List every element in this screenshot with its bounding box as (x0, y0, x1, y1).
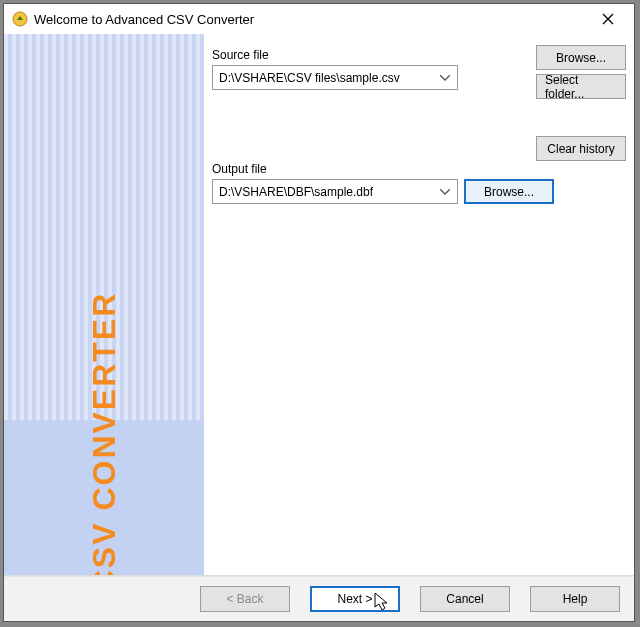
output-file-combo[interactable]: D:\VSHARE\DBF\sample.dbf (212, 179, 458, 204)
wizard-footer: < Back Next > Cancel Help (4, 576, 634, 621)
chevron-down-icon[interactable] (437, 182, 453, 202)
sidebar-banner: CSV CONVERTER (4, 34, 204, 575)
browse-output-button[interactable]: Browse... (464, 179, 554, 204)
wizard-window: Welcome to Advanced CSV Converter CSV CO… (3, 3, 635, 622)
browse-source-button[interactable]: Browse... (536, 45, 626, 70)
clear-history-button[interactable]: Clear history (536, 136, 626, 161)
source-file-combo[interactable]: D:\VSHARE\CSV files\sample.csv (212, 65, 458, 90)
titlebar: Welcome to Advanced CSV Converter (4, 4, 634, 34)
help-button[interactable]: Help (530, 586, 620, 612)
output-file-value: D:\VSHARE\DBF\sample.dbf (219, 185, 373, 199)
window-title: Welcome to Advanced CSV Converter (34, 12, 588, 27)
content-panel: Source file D:\VSHARE\CSV files\sample.c… (204, 34, 634, 575)
back-button: < Back (200, 586, 290, 612)
select-folder-button[interactable]: Select folder... (536, 74, 626, 99)
sidebar-title: CSV CONVERTER (86, 292, 123, 576)
wizard-body: CSV CONVERTER Source file D:\VSHARE\CSV … (4, 34, 634, 576)
next-button[interactable]: Next > (310, 586, 400, 612)
output-file-label: Output file (212, 162, 626, 176)
source-buttons-stack: Browse... Select folder... (536, 70, 626, 99)
app-icon (12, 11, 28, 27)
close-button[interactable] (588, 6, 628, 32)
cancel-button[interactable]: Cancel (420, 586, 510, 612)
source-file-value: D:\VSHARE\CSV files\sample.csv (219, 71, 400, 85)
chevron-down-icon[interactable] (437, 68, 453, 88)
